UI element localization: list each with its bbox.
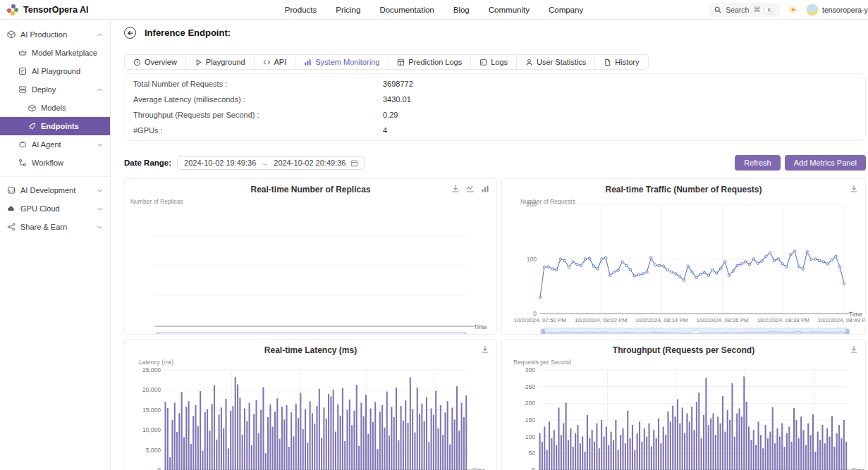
theme-toggle-sun-icon[interactable]: ☀ bbox=[788, 5, 797, 15]
refresh-button[interactable]: Refresh bbox=[735, 155, 781, 171]
sidebar-item-share-earn[interactable]: Share & Earn bbox=[0, 218, 110, 236]
svg-text:Time: Time bbox=[852, 467, 865, 470]
top-navbar: TensorOpera AI Products Pricing Document… bbox=[0, 0, 868, 20]
slider-handle-left[interactable] bbox=[542, 329, 545, 335]
sidebar-label: Workflow bbox=[32, 159, 63, 167]
svg-text:150: 150 bbox=[525, 416, 535, 423]
date-range-picker[interactable]: 2024-10-02 19:49:36 → 2024-10-02 20:49:3… bbox=[177, 156, 365, 170]
date-end: 2024-10-02 20:49:36 bbox=[274, 159, 346, 167]
tab-playground[interactable]: Playground bbox=[185, 54, 255, 70]
svg-text:Number of Replicas: Number of Replicas bbox=[130, 198, 183, 205]
stat-gpus: #GPUs : 4 bbox=[125, 123, 865, 138]
sidebar-item-endpoints[interactable]: Endpoints bbox=[0, 117, 110, 135]
sidebar-item-workflow[interactable]: Workflow bbox=[0, 154, 110, 172]
stat-label: Total Number of Requests : bbox=[133, 80, 383, 88]
code-window-icon bbox=[7, 186, 16, 194]
svg-text:200: 200 bbox=[525, 400, 535, 407]
svg-text:100: 100 bbox=[525, 433, 535, 440]
tab-label: Logs bbox=[491, 58, 508, 66]
nav-link-documentation[interactable]: Documentation bbox=[379, 6, 434, 14]
tab-prediction-logs[interactable]: Prediction Logs bbox=[388, 54, 471, 70]
sidebar-item-model-marketplace[interactable]: Model Marketplace bbox=[0, 44, 110, 62]
nav-right: Search ⌘ K ☀ tensoropera-yo bbox=[709, 3, 868, 17]
replicas-plot: Number of ReplicasTime bbox=[125, 197, 496, 332]
search-icon bbox=[714, 6, 721, 13]
chart-title: Real-time Traffic (Number of Requests) bbox=[502, 185, 865, 195]
stat-label: Average Latency (milliseconds) : bbox=[133, 95, 383, 104]
sidebar-label: AI Playground bbox=[32, 67, 80, 75]
sidebar-label: Deploy bbox=[32, 85, 56, 94]
brand[interactable]: TensorOpera AI bbox=[0, 4, 141, 16]
brand-name: TensorOpera AI bbox=[23, 5, 88, 15]
svg-text:10/2/2024, 08:14 PM: 10/2/2024, 08:14 PM bbox=[635, 317, 688, 323]
tab-user-statistics[interactable]: User Statistics bbox=[516, 54, 595, 70]
replicas-zoom-slider[interactable] bbox=[154, 332, 468, 335]
sidebar-item-models[interactable]: Models bbox=[0, 99, 110, 117]
svg-text:0: 0 bbox=[532, 466, 535, 470]
stats-panel: Total Number of Requests : 3698772 Avera… bbox=[124, 73, 866, 141]
page-title: Inference Endpoint: bbox=[145, 27, 231, 38]
avatar bbox=[806, 4, 819, 16]
sidebar-divider bbox=[0, 176, 110, 177]
sidebar-item-gpu-cloud[interactable]: GPU Cloud bbox=[0, 199, 110, 218]
nav-link-company[interactable]: Company bbox=[549, 6, 583, 14]
download-icon[interactable] bbox=[850, 185, 858, 193]
tab-system-monitoring[interactable]: System Monitoring bbox=[295, 54, 389, 70]
search-input[interactable]: Search ⌘ K bbox=[709, 3, 780, 17]
svg-text:10/2/2024, 08:02 PM: 10/2/2024, 08:02 PM bbox=[575, 317, 628, 323]
svg-text:10/2/2024, 08:49 PM: 10/2/2024, 08:49 PM bbox=[818, 317, 865, 323]
tab-bar: Overview Playground API System Monitorin… bbox=[124, 54, 868, 70]
download-icon[interactable] bbox=[481, 345, 489, 354]
tab-overview[interactable]: Overview bbox=[124, 54, 186, 70]
nav-links: Products Pricing Documentation Blog Comm… bbox=[285, 6, 583, 14]
tab-history[interactable]: History bbox=[594, 54, 648, 70]
crown-icon bbox=[18, 49, 27, 57]
tab-label: Overview bbox=[145, 58, 177, 66]
tab-api[interactable]: API bbox=[254, 54, 296, 70]
download-icon[interactable] bbox=[451, 185, 460, 193]
app-window: TensorOpera AI Products Pricing Document… bbox=[0, 0, 868, 470]
chevron-down-icon bbox=[97, 224, 103, 230]
sidebar-label: AI Agent bbox=[32, 140, 61, 149]
arrow-left-icon bbox=[127, 30, 134, 37]
line-chart-icon[interactable] bbox=[466, 185, 475, 193]
slider-handle-right[interactable] bbox=[845, 329, 849, 335]
traffic-zoom-slider[interactable] bbox=[540, 328, 850, 335]
sidebar-item-ai-production[interactable]: AI Production bbox=[0, 25, 110, 44]
playground-icon bbox=[18, 67, 27, 75]
chevron-down-icon bbox=[97, 187, 103, 194]
table-icon bbox=[397, 58, 405, 66]
bar-chart-icon[interactable] bbox=[481, 185, 489, 193]
rocket-icon bbox=[28, 123, 36, 130]
sidebar-item-ai-agent[interactable]: AI Agent bbox=[0, 135, 110, 154]
user-menu[interactable]: tensoropera-yo bbox=[806, 4, 868, 16]
nav-link-community[interactable]: Community bbox=[489, 6, 530, 14]
traffic-plot: Number of Requests0100200Time10/2/2024, … bbox=[502, 197, 865, 328]
add-metrics-panel-button[interactable]: Add Metrics Panel bbox=[785, 155, 866, 171]
svg-text:Time: Time bbox=[472, 467, 486, 470]
back-button[interactable] bbox=[124, 27, 136, 39]
latency-plot: Latency (ms)05,00010,00015,00020,00025,0… bbox=[125, 357, 496, 470]
nav-link-pricing[interactable]: Pricing bbox=[336, 6, 360, 14]
chart-card-replicas: Real-time Number of Replicas Number of R… bbox=[124, 178, 497, 335]
chevron-up-icon bbox=[97, 87, 103, 93]
username: tensoropera-yo bbox=[822, 6, 868, 14]
sidebar-item-ai-development[interactable]: AI Development bbox=[0, 181, 110, 199]
slider-handle-left[interactable] bbox=[156, 333, 159, 335]
date-range-label: Date Range: bbox=[124, 159, 171, 167]
tab-logs[interactable]: Logs bbox=[470, 54, 517, 70]
sidebar-label: Endpoints bbox=[41, 122, 79, 130]
slider-handle-right[interactable] bbox=[463, 333, 467, 335]
stat-label: Throughput (Requests per Second) : bbox=[133, 111, 383, 119]
svg-text:20,000: 20,000 bbox=[142, 386, 161, 393]
sidebar-item-deploy[interactable]: Deploy bbox=[0, 80, 110, 99]
search-placeholder: Search bbox=[726, 6, 749, 14]
nav-link-blog[interactable]: Blog bbox=[453, 6, 470, 14]
nav-link-products[interactable]: Products bbox=[285, 6, 317, 14]
sidebar-item-ai-playground[interactable]: AI Playground bbox=[0, 62, 110, 80]
sidebar-label: Models bbox=[41, 104, 66, 112]
play-icon bbox=[195, 58, 202, 66]
download-icon[interactable] bbox=[850, 345, 858, 354]
stat-label: #GPUs : bbox=[133, 126, 383, 135]
tab-label: History bbox=[615, 58, 639, 66]
